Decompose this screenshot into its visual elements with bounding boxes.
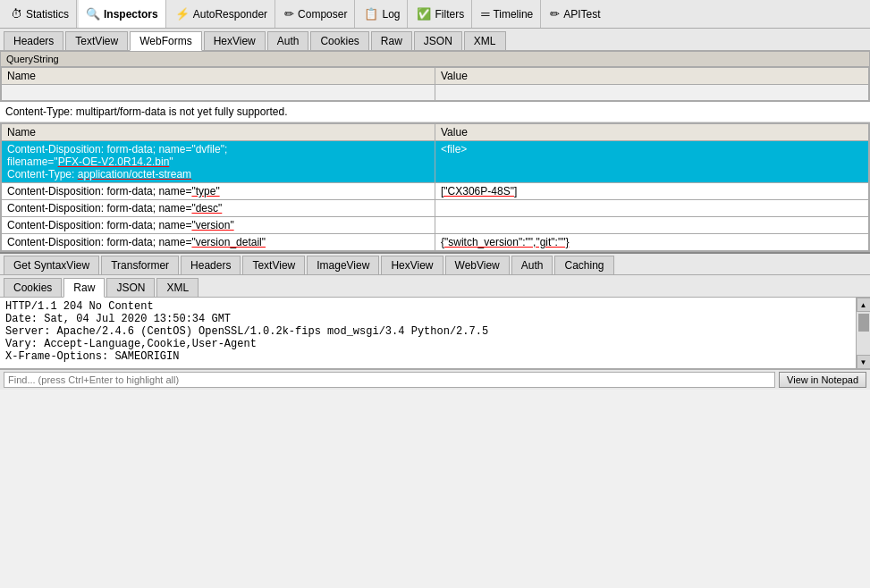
- fd-row-name: Content-Disposition: form-data; name="ve…: [2, 234, 435, 251]
- qs-col-name: Name: [2, 68, 435, 85]
- nav-timeline[interactable]: ═ Timeline: [474, 0, 541, 28]
- tab-raw-bottom[interactable]: Raw: [63, 278, 105, 298]
- tab-hexview-upper[interactable]: HexView: [204, 31, 266, 50]
- table-row: Content-Disposition: form-data; name="ve…: [2, 234, 869, 251]
- statistics-icon: ⏱: [11, 7, 22, 21]
- nav-statistics[interactable]: ⏱ Statistics: [4, 0, 77, 28]
- qs-col-value: Value: [435, 68, 869, 85]
- nav-apitest[interactable]: ✏ APITest: [543, 0, 607, 28]
- table-row: Content-Disposition: form-data; name="ty…: [2, 183, 869, 200]
- tab-textview-upper[interactable]: TextView: [65, 31, 128, 50]
- tab-json-upper[interactable]: JSON: [414, 31, 462, 50]
- tab-headers-upper[interactable]: Headers: [4, 31, 63, 50]
- fd-col-value: Value: [435, 124, 869, 141]
- find-input[interactable]: [4, 372, 775, 388]
- fd-col-name: Name: [2, 124, 435, 141]
- composer-icon: ✏: [284, 7, 294, 21]
- table-row: [2, 85, 869, 101]
- qs-empty-value: [435, 85, 869, 101]
- bottom-tabs-row1: Get SyntaxView Transformer Headers TextV…: [0, 254, 870, 275]
- tab-json-bottom[interactable]: JSON: [106, 278, 155, 297]
- nav-log[interactable]: 📋 Log: [357, 0, 408, 28]
- apitest-icon: ✏: [550, 7, 560, 21]
- table-row: Content-Disposition: form-data; name="de…: [2, 200, 869, 217]
- querystring-container: QueryString Name Value: [0, 51, 870, 102]
- querystring-table: Name Value: [1, 67, 869, 101]
- nav-autoresponder[interactable]: ⚡ AutoResponder: [168, 0, 275, 28]
- table-row: Content-Disposition: form-data; name="ve…: [2, 217, 869, 234]
- warning-text: Content-Type: multipart/form-data is not…: [0, 102, 870, 122]
- bottom-tabs-row2: Cookies Raw JSON XML: [0, 275, 870, 298]
- tab-headers-bottom[interactable]: Headers: [181, 256, 241, 274]
- scroll-up-arrow[interactable]: ▲: [857, 298, 871, 312]
- fd-row-value: ["CX306P-48S"]: [435, 183, 869, 200]
- tab-textview-bottom[interactable]: TextView: [242, 256, 305, 274]
- querystring-label: QueryString: [1, 52, 869, 67]
- fd-row-name: Content-Disposition: form-data; name="ty…: [2, 183, 435, 200]
- tab-transformer[interactable]: Transformer: [101, 256, 179, 274]
- scroll-down-arrow[interactable]: ▼: [857, 355, 871, 369]
- timeline-icon: ═: [481, 7, 489, 21]
- table-row: Content-Disposition: form-data; name="dv…: [2, 141, 869, 183]
- fd-row-value: [435, 200, 869, 217]
- top-nav: ⏱ Statistics 🔍 Inspectors ⚡ AutoResponde…: [0, 0, 870, 29]
- tab-raw-upper[interactable]: Raw: [371, 31, 412, 50]
- formdata-table: Name Value Content-Disposition: form-dat…: [1, 123, 869, 251]
- upper-sub-tabs: Headers TextView WebForms HexView Auth C…: [0, 29, 870, 51]
- tab-auth-bottom[interactable]: Auth: [511, 256, 553, 274]
- tab-cookies-bottom[interactable]: Cookies: [4, 278, 62, 297]
- tab-caching[interactable]: Caching: [554, 256, 613, 274]
- raw-content: HTTP/1.1 204 No Content Date: Sat, 04 Ju…: [0, 298, 870, 369]
- inspectors-icon: 🔍: [86, 7, 100, 21]
- log-icon: 📋: [364, 7, 378, 21]
- upper-content: QueryString Name Value Content-Type: mul…: [0, 51, 870, 252]
- scrollbar[interactable]: ▲ ▼: [856, 298, 870, 369]
- tab-hexview-bottom[interactable]: HexView: [381, 256, 443, 274]
- tab-xml-bottom[interactable]: XML: [156, 278, 198, 297]
- fd-row-name: Content-Disposition: form-data; name="de…: [2, 200, 435, 217]
- scroll-thumb: [858, 314, 869, 332]
- tab-imageview[interactable]: ImageView: [307, 256, 379, 274]
- tab-auth-upper[interactable]: Auth: [267, 31, 309, 50]
- find-bar: View in Notepad: [0, 369, 870, 390]
- nav-composer[interactable]: ✏ Composer: [277, 0, 355, 28]
- nav-filters[interactable]: ✅ Filters: [410, 0, 472, 28]
- fd-row-name: Content-Disposition: form-data; name="dv…: [2, 141, 435, 183]
- fd-row-value: <file>: [435, 141, 869, 183]
- tab-get-syntaxview[interactable]: Get SyntaxView: [4, 256, 99, 274]
- raw-content-wrapper: HTTP/1.1 204 No Content Date: Sat, 04 Ju…: [0, 298, 870, 369]
- autoresponder-icon: ⚡: [175, 7, 190, 21]
- formdata-container: Name Value Content-Disposition: form-dat…: [0, 122, 870, 252]
- bottom-section: Get SyntaxView Transformer Headers TextV…: [0, 252, 870, 390]
- fd-row-value: [435, 217, 869, 234]
- fd-row-value: {"switch_version":"","git":""}: [435, 234, 869, 251]
- qs-empty-name: [2, 85, 435, 101]
- tab-cookies-upper[interactable]: Cookies: [310, 31, 368, 50]
- view-in-notepad-button[interactable]: View in Notepad: [779, 372, 866, 388]
- fd-row-name: Content-Disposition: form-data; name="ve…: [2, 217, 435, 234]
- tab-webview[interactable]: WebView: [445, 256, 510, 274]
- tab-webforms-upper[interactable]: WebForms: [130, 31, 201, 51]
- nav-inspectors[interactable]: 🔍 Inspectors: [79, 0, 166, 28]
- tab-xml-upper[interactable]: XML: [464, 31, 506, 50]
- filters-icon: ✅: [417, 7, 431, 21]
